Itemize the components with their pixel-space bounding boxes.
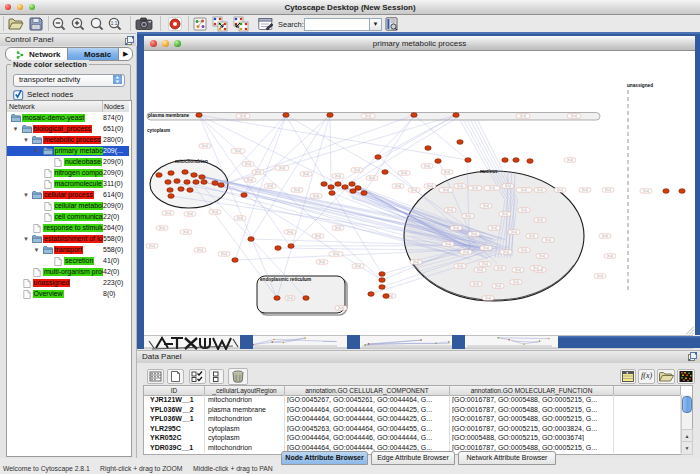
svg-text:(tr-a): (tr-a) [365,114,371,118]
svg-text:(tr-a): (tr-a) [315,234,321,238]
svg-text:(tr-a): (tr-a) [279,166,285,170]
svg-text:(tr-a): (tr-a) [483,246,489,250]
svg-text:(tr-a): (tr-a) [303,172,309,176]
svg-text:(tr-a): (tr-a) [571,114,577,118]
svg-text:(tr-a): (tr-a) [643,189,649,193]
svg-text:(tr-a): (tr-a) [485,296,491,300]
svg-text:(tr-a): (tr-a) [411,188,417,192]
svg-text:(tr-a): (tr-a) [463,250,469,254]
svg-text:(tr-a): (tr-a) [511,230,517,234]
svg-text:(tr-a): (tr-a) [465,214,471,218]
svg-text:(tr-a): (tr-a) [537,188,543,192]
svg-text:(tr-a): (tr-a) [369,176,375,180]
svg-text:(tr-a): (tr-a) [607,254,613,258]
svg-text:cytoplasm: cytoplasm [147,128,170,133]
svg-text:(tr-a): (tr-a) [267,184,273,188]
svg-text:(tr-a): (tr-a) [597,274,603,278]
svg-text:(tr-a): (tr-a) [354,168,360,172]
svg-text:(tr-a): (tr-a) [447,208,453,212]
svg-text:(tr-a): (tr-a) [245,162,251,166]
svg-text:(tr-a): (tr-a) [202,144,208,148]
svg-text:(tr-a): (tr-a) [539,254,545,258]
svg-text:(tr-a): (tr-a) [149,244,155,248]
svg-text:(tr-a): (tr-a) [313,194,319,198]
svg-text:(tr-a): (tr-a) [605,188,611,192]
svg-text:(tr-a): (tr-a) [472,186,478,190]
svg-text:(tr-a): (tr-a) [491,226,497,230]
svg-text:(tr-a): (tr-a) [502,212,508,216]
svg-text:1:1: 1:1 [111,21,118,26]
svg-text:(tr-a): (tr-a) [319,260,325,264]
svg-text:(tr-a): (tr-a) [567,158,573,162]
svg-text:(tr-a): (tr-a) [221,252,227,256]
svg-text:plasma membrane: plasma membrane [148,113,190,118]
svg-text:(tr-a): (tr-a) [533,266,539,270]
svg-text:(tr-a): (tr-a) [165,211,171,215]
svg-text:(tr-a): (tr-a) [477,268,483,272]
svg-text:(tr-a): (tr-a) [521,248,527,252]
svg-text:(tr-a): (tr-a) [602,234,608,238]
svg-text:(tr-a): (tr-a) [413,260,419,264]
svg-text:(tr-a): (tr-a) [240,114,246,118]
svg-text:(tr-a): (tr-a) [537,218,543,222]
svg-text:(tr-a): (tr-a) [237,216,243,220]
svg-text:(tr-a): (tr-a) [513,280,519,284]
svg-text:(tr-a): (tr-a) [521,208,527,212]
svg-text:(tr-a): (tr-a) [515,268,521,272]
svg-text:(tr-a): (tr-a) [401,171,407,175]
svg-text:(tr-a): (tr-a) [294,188,300,192]
svg-text:(tr-a): (tr-a) [443,188,449,192]
svg-text:mitochondrion: mitochondrion [175,159,208,164]
svg-text:(tr-a): (tr-a) [427,184,433,188]
svg-text:unassigned: unassigned [627,83,653,88]
svg-text:(tr-a): (tr-a) [235,149,241,153]
svg-text:(tr-a): (tr-a) [473,282,479,286]
svg-text:(tr-a): (tr-a) [255,170,261,174]
svg-text:(tr-a): (tr-a) [247,178,253,182]
svg-text:(tr-a): (tr-a) [471,232,477,236]
svg-text:(tr-a): (tr-a) [445,242,451,246]
svg-text:(tr-a): (tr-a) [503,250,509,254]
svg-text:(tr-a): (tr-a) [495,284,501,288]
svg-text:endoplasmic reticulum: endoplasmic reticulum [260,277,311,282]
svg-text:(tr-a): (tr-a) [424,164,430,168]
svg-text:(tr-a): (tr-a) [187,212,193,216]
svg-text:(tr-a): (tr-a) [505,184,511,188]
svg-text:(tr-a): (tr-a) [335,174,341,178]
svg-text:(tr-a): (tr-a) [355,264,361,268]
svg-text:(tr-a): (tr-a) [557,188,563,192]
svg-text:(tr-a): (tr-a) [520,114,526,118]
svg-text:(tr-a): (tr-a) [335,226,341,230]
svg-text:(tr-a): (tr-a) [287,230,293,234]
svg-text:(tr-a): (tr-a) [483,204,489,208]
svg-text:(tr-a): (tr-a) [183,230,189,234]
svg-text:(tr-a): (tr-a) [338,306,344,310]
svg-text:(tr-a): (tr-a) [444,170,450,174]
svg-text:(tr-a): (tr-a) [287,296,293,300]
svg-text:(tr-a): (tr-a) [497,266,503,270]
svg-text:(tr-a): (tr-a) [159,226,165,230]
svg-text:(tr-a): (tr-a) [212,210,218,214]
svg-text:(tr-a): (tr-a) [453,226,459,230]
svg-text:(tr-a): (tr-a) [582,188,588,192]
svg-text:(tr-a): (tr-a) [197,248,203,252]
svg-text:(tr-a): (tr-a) [333,252,339,256]
svg-text:(tr-a): (tr-a) [457,184,463,188]
svg-text:(tr-a): (tr-a) [545,238,551,242]
svg-text:(tr-a): (tr-a) [529,234,535,238]
svg-text:(tr-a): (tr-a) [489,186,495,190]
svg-text:(tr-a): (tr-a) [521,188,527,192]
svg-text:(tr-a): (tr-a) [457,264,463,268]
svg-text:(tr-a): (tr-a) [482,262,488,266]
svg-text:(tr-a): (tr-a) [395,184,401,188]
